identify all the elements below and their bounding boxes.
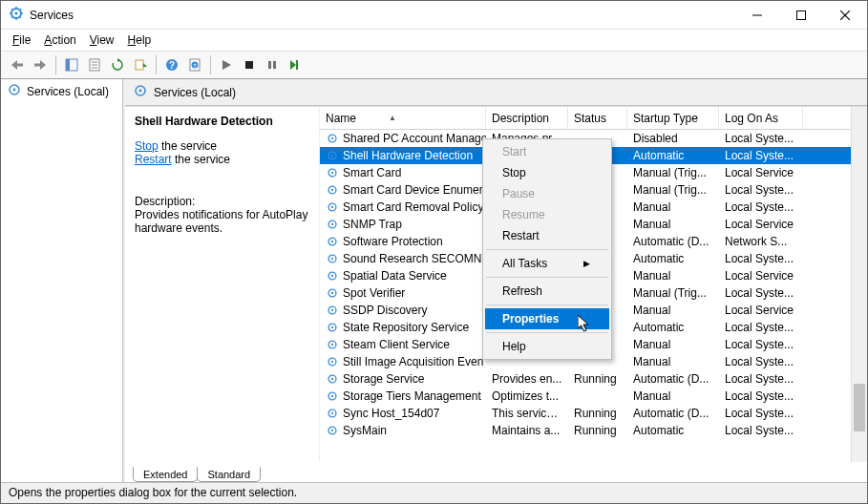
svg-rect-37 — [296, 60, 298, 70]
svg-point-55 — [331, 241, 333, 242]
context-refresh[interactable]: Refresh — [485, 281, 609, 302]
view-tabs: Extended Standard — [125, 462, 867, 482]
context-separator — [486, 249, 608, 250]
svg-line-7 — [19, 16, 20, 17]
svg-point-49 — [331, 189, 333, 191]
tab-extended[interactable]: Extended — [133, 467, 198, 482]
pane-header-title: Services (Local) — [154, 86, 236, 99]
svg-point-41 — [139, 90, 142, 93]
restart-service-button[interactable] — [285, 54, 306, 75]
context-help[interactable]: Help — [485, 336, 609, 357]
svg-point-71 — [331, 378, 333, 380]
svg-rect-11 — [797, 10, 806, 19]
svg-marker-32 — [222, 60, 231, 70]
stop-service-button[interactable] — [239, 54, 260, 75]
menu-file[interactable]: File — [7, 32, 36, 49]
column-header-startup[interactable]: Startup Type — [627, 107, 719, 129]
maximize-button[interactable] — [779, 1, 823, 30]
context-start: Start — [485, 141, 609, 162]
tab-standard[interactable]: Standard — [197, 467, 261, 482]
description-label: Description: — [135, 195, 309, 208]
context-all-tasks[interactable]: All Tasks ▶ — [485, 253, 609, 274]
forward-button[interactable] — [30, 54, 51, 75]
window-title: Services — [30, 9, 735, 22]
close-button[interactable] — [823, 1, 867, 30]
tree-root-services-local[interactable]: Services (Local) — [1, 79, 122, 103]
toolbar-separator — [55, 55, 56, 74]
context-properties[interactable]: Properties — [485, 308, 609, 329]
svg-marker-14 — [11, 60, 17, 70]
toolbar: ? ? — [1, 51, 867, 79]
svg-point-39 — [13, 89, 16, 92]
context-resume: Resume — [485, 204, 609, 225]
show-hide-tree-button[interactable] — [61, 54, 82, 75]
properties-toolbar-button[interactable] — [84, 54, 105, 75]
svg-point-45 — [331, 155, 333, 157]
service-row[interactable]: Sync Host_154d07This service ...RunningA… — [320, 405, 867, 422]
stop-service-line: Stop the service — [135, 139, 309, 153]
services-app-icon — [9, 6, 24, 24]
svg-rect-19 — [66, 59, 70, 71]
menu-action[interactable]: Action — [38, 32, 81, 49]
details-pane: Services (Local) Shell Hardware Detectio… — [123, 79, 867, 482]
service-list: Name▲ Description Status Startup Type Lo… — [320, 107, 867, 462]
minimize-button[interactable] — [735, 1, 779, 30]
context-pause: Pause — [485, 183, 609, 204]
svg-point-75 — [331, 412, 333, 414]
status-bar: Opens the properties dialog box for the … — [1, 482, 867, 503]
svg-text:?: ? — [169, 60, 175, 71]
submenu-arrow-icon: ▶ — [583, 259, 590, 268]
svg-point-65 — [331, 326, 333, 328]
refresh-button[interactable] — [107, 54, 128, 75]
stop-service-link[interactable]: Stop — [135, 139, 159, 153]
svg-point-1 — [14, 11, 17, 14]
sort-ascending-icon: ▲ — [389, 114, 396, 122]
service-row[interactable]: SysMainMaintains a...RunningAutomaticLoc… — [320, 422, 867, 439]
restart-service-link[interactable]: Restart — [135, 153, 172, 166]
svg-line-6 — [11, 9, 12, 10]
context-stop[interactable]: Stop — [485, 162, 609, 183]
column-header-logon[interactable]: Log On As — [719, 107, 803, 129]
services-icon — [7, 82, 22, 100]
svg-point-77 — [331, 430, 333, 431]
column-header-status[interactable]: Status — [568, 107, 627, 129]
svg-point-47 — [331, 172, 333, 174]
help-button[interactable]: ? — [161, 54, 182, 75]
svg-point-51 — [331, 206, 333, 208]
menu-view[interactable]: View — [84, 32, 120, 49]
menu-help[interactable]: Help — [122, 32, 158, 49]
svg-rect-34 — [268, 61, 271, 69]
svg-point-63 — [331, 309, 333, 311]
svg-point-53 — [331, 223, 333, 225]
scrollbar-thumb[interactable] — [854, 384, 865, 431]
main-content: Services (Local) Services (Local) Shell … — [1, 79, 867, 482]
column-headers: Name▲ Description Status Startup Type Lo… — [320, 107, 867, 130]
title-bar: Services — [1, 1, 867, 30]
start-service-button[interactable] — [216, 54, 237, 75]
help-topic-button[interactable]: ? — [184, 54, 205, 75]
svg-rect-35 — [273, 61, 276, 69]
service-row[interactable]: Storage ServiceProvides en...RunningAuto… — [320, 370, 867, 388]
services-icon — [133, 83, 148, 101]
export-list-button[interactable] — [130, 54, 151, 75]
column-header-description[interactable]: Description — [486, 107, 568, 129]
restart-service-line: Restart the service — [135, 153, 309, 166]
pane-header: Services (Local) — [125, 79, 867, 106]
svg-marker-16 — [40, 60, 46, 70]
pause-service-button[interactable] — [262, 54, 283, 75]
vertical-scrollbar[interactable] — [851, 107, 867, 462]
menu-bar: File Action View Help — [1, 30, 867, 51]
description-text: Provides notifications for AutoPlay hard… — [135, 208, 309, 235]
context-separator — [486, 332, 608, 333]
column-header-name[interactable]: Name▲ — [320, 107, 486, 129]
back-button[interactable] — [7, 54, 28, 75]
svg-rect-33 — [245, 61, 253, 69]
svg-point-69 — [331, 361, 333, 363]
selected-service-name: Shell Hardware Detection — [135, 115, 309, 128]
service-row[interactable]: Storage Tiers ManagementOptimizes t...Ma… — [320, 388, 867, 405]
context-restart[interactable]: Restart — [485, 225, 609, 246]
svg-point-57 — [331, 258, 333, 260]
svg-rect-17 — [34, 64, 40, 67]
context-separator — [486, 304, 608, 305]
svg-marker-26 — [143, 63, 147, 67]
